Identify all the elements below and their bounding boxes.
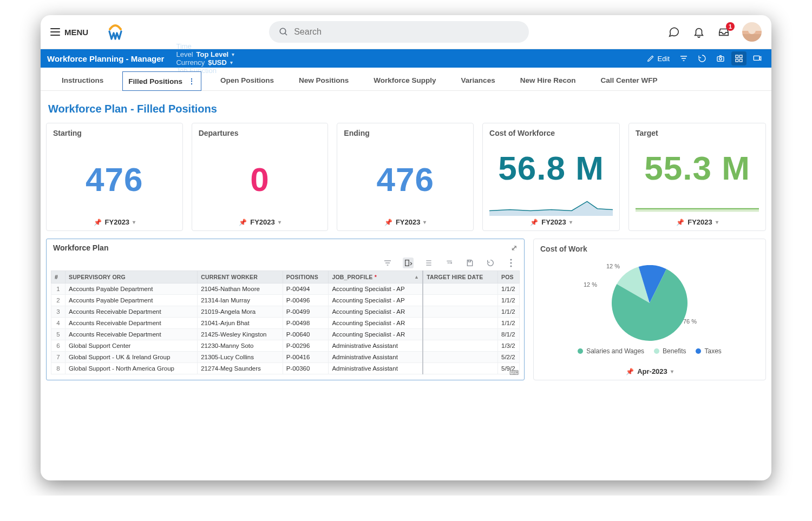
legend-dot bbox=[654, 348, 659, 354]
metric-value: 55.3 M bbox=[636, 141, 759, 195]
metric-value: 56.8 M bbox=[489, 141, 613, 195]
search-icon bbox=[279, 27, 289, 37]
metric-footer[interactable]: FY2023 bbox=[250, 218, 275, 226]
tab-instructions[interactable]: Instructions bbox=[56, 71, 109, 90]
global-search[interactable] bbox=[269, 21, 529, 43]
pin-icon: 📌 bbox=[530, 219, 538, 226]
grid-insert-icon[interactable] bbox=[403, 258, 414, 268]
svg-rect-11 bbox=[754, 56, 759, 60]
legend-item[interactable]: Taxes bbox=[696, 347, 721, 355]
pin-icon: 📌 bbox=[676, 219, 684, 226]
tab-new-hire-recon[interactable]: New Hire Recon bbox=[514, 71, 582, 90]
table-row[interactable]: 7Global Support - UK & Ireland Group2130… bbox=[51, 352, 520, 363]
metric-footer[interactable]: FY2023 bbox=[105, 218, 130, 226]
col-header[interactable]: SUPERVISORY ORG bbox=[66, 271, 198, 283]
svg-rect-17 bbox=[405, 260, 409, 266]
grid-save-icon[interactable] bbox=[464, 258, 475, 268]
menu-button[interactable]: MENU bbox=[50, 28, 88, 37]
page-context-title: Workforce Planning - Manager bbox=[47, 54, 164, 63]
svg-point-27 bbox=[510, 262, 512, 263]
app-logo[interactable] bbox=[99, 24, 132, 40]
workforce-plan-table[interactable]: #SUPERVISORY ORGCURRENT WORKERPOSITIONSJ… bbox=[51, 271, 520, 374]
presentation-icon[interactable] bbox=[750, 51, 765, 65]
table-row[interactable]: 8Global Support - North America Group212… bbox=[51, 363, 520, 374]
tab-kebab-icon[interactable]: ⋮ bbox=[188, 77, 195, 85]
inbox-badge: 1 bbox=[726, 22, 735, 31]
tab-filled-positions[interactable]: Filled Positions⋮ bbox=[122, 71, 201, 91]
metric-label: Cost of Workforce bbox=[489, 129, 613, 137]
legend-dot bbox=[578, 348, 583, 354]
pin-icon: 📌 bbox=[384, 219, 392, 226]
col-header[interactable]: JOB_PROFILE *▲ bbox=[329, 271, 423, 283]
grid-rows-icon[interactable] bbox=[423, 258, 434, 268]
chevron-down-icon: ▾ bbox=[716, 219, 718, 225]
col-header[interactable]: TARGET HIRE DATE bbox=[423, 271, 497, 283]
context-filter[interactable]: LevelTop Level▾ bbox=[176, 50, 234, 58]
grid-clear-icon[interactable] bbox=[444, 258, 455, 268]
tab-workforce-supply[interactable]: Workforce Supply bbox=[368, 71, 442, 90]
table-row[interactable]: 3Accounts Receivable Department21019-Ang… bbox=[51, 306, 520, 318]
context-filter[interactable]: TimeMar-2023▾ bbox=[176, 42, 234, 50]
chevron-down-icon: ▾ bbox=[671, 368, 673, 374]
camera-icon[interactable] bbox=[713, 51, 728, 65]
edit-button[interactable]: Edit bbox=[644, 55, 673, 63]
metric-value: 0 bbox=[199, 141, 322, 218]
metric-label: Departures bbox=[199, 129, 322, 137]
metric-card: Starting 476 📌FY2023▾ bbox=[46, 123, 183, 231]
tab-variances[interactable]: Variances bbox=[455, 71, 501, 90]
legend-item[interactable]: Salaries and Wages bbox=[578, 347, 644, 355]
slice-label: 12 % bbox=[606, 263, 620, 269]
metric-footer[interactable]: FY2023 bbox=[396, 218, 421, 226]
svg-line-1 bbox=[285, 33, 287, 35]
pie-legend: Salaries and WagesBenefitsTaxes bbox=[578, 347, 722, 355]
legend-item[interactable]: Benefits bbox=[654, 347, 686, 355]
user-avatar[interactable] bbox=[742, 22, 762, 42]
chevron-down-icon: ▾ bbox=[569, 219, 572, 225]
chevron-down-icon: ▾ bbox=[133, 219, 135, 225]
table-row[interactable]: 5Accounts Receivable Department21425-Wes… bbox=[51, 329, 520, 340]
pie-chart bbox=[612, 265, 687, 341]
chevron-down-icon: ▾ bbox=[423, 219, 426, 225]
hamburger-icon bbox=[50, 28, 60, 36]
legend-dot bbox=[696, 348, 701, 354]
filter-icon[interactable] bbox=[676, 51, 691, 65]
tab-call-center-wfp[interactable]: Call Center WFP bbox=[594, 71, 663, 90]
metric-value: 476 bbox=[344, 141, 467, 218]
dashboard-view-icon[interactable] bbox=[731, 51, 746, 65]
table-row[interactable]: 6Global Support Center21230-Manny SotoP-… bbox=[51, 340, 520, 352]
svg-rect-10 bbox=[739, 59, 742, 62]
refresh-icon[interactable] bbox=[695, 51, 710, 65]
col-header[interactable]: # bbox=[51, 271, 66, 283]
metric-label: Target bbox=[636, 129, 759, 137]
sort-asc-icon: ▲ bbox=[414, 274, 419, 280]
grid-toolbar bbox=[51, 255, 520, 271]
chevron-down-icon: ▾ bbox=[232, 68, 235, 74]
context-filter[interactable]: Currency$USD▾ bbox=[176, 58, 234, 67]
col-header[interactable]: POSITIONS bbox=[283, 271, 329, 283]
table-row[interactable]: 4Accounts Receivable Department21041-Arj… bbox=[51, 318, 520, 329]
chevron-down-icon: ▾ bbox=[230, 60, 233, 65]
search-input[interactable] bbox=[294, 27, 519, 37]
chevron-down-icon: ▾ bbox=[278, 219, 281, 225]
metric-footer[interactable]: FY2023 bbox=[541, 218, 566, 226]
chat-icon[interactable] bbox=[667, 25, 680, 38]
pie-footer[interactable]: Apr-2023 bbox=[637, 367, 667, 375]
grid-refresh-icon[interactable] bbox=[485, 258, 496, 268]
expand-icon[interactable]: ⤢ bbox=[511, 243, 518, 252]
metric-footer[interactable]: FY2023 bbox=[687, 218, 712, 226]
tab-new-positions[interactable]: New Positions bbox=[293, 71, 355, 90]
table-row[interactable]: 1Accounts Payable Department21045-Nathan… bbox=[51, 283, 520, 295]
grid-more-icon[interactable] bbox=[506, 258, 516, 268]
col-header[interactable]: POS bbox=[498, 271, 520, 283]
page-title: Workforce Plan - Filled Positions bbox=[48, 103, 766, 115]
tab-row: InstructionsFilled Positions⋮Open Positi… bbox=[41, 68, 771, 91]
grid-filter-icon[interactable] bbox=[382, 258, 393, 268]
table-row[interactable]: 2Accounts Payable Department21314-Ian Mu… bbox=[51, 295, 520, 306]
inbox-icon[interactable]: 1 bbox=[717, 25, 730, 38]
svg-rect-8 bbox=[739, 55, 742, 58]
sparkline bbox=[489, 195, 613, 216]
cost-of-work-card: Cost of Work 12 % 12 % 76 % Salaries and… bbox=[533, 239, 766, 380]
pin-icon: 📌 bbox=[239, 219, 247, 226]
notifications-icon[interactable] bbox=[692, 25, 705, 38]
col-header[interactable]: CURRENT WORKER bbox=[198, 271, 283, 283]
